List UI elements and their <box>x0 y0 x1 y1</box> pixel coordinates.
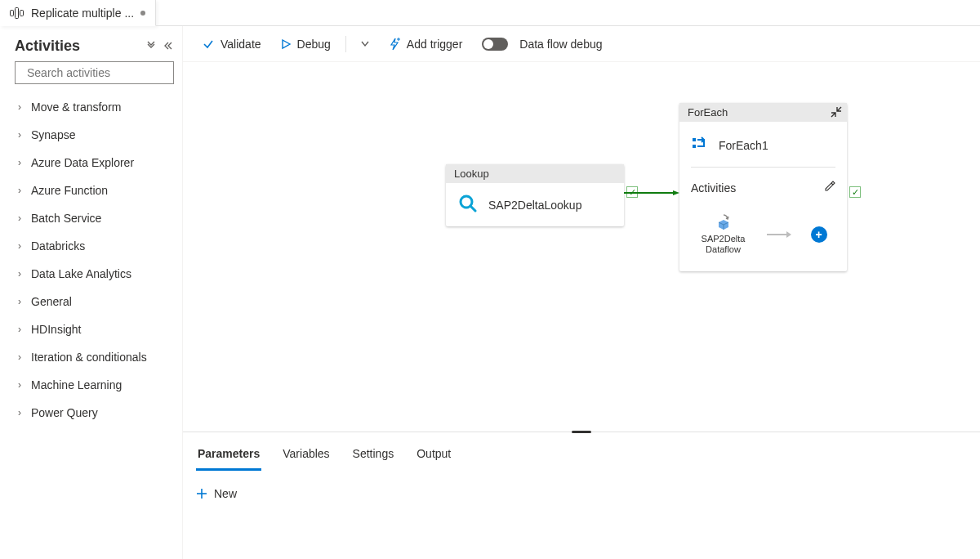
add-inner-activity-button[interactable]: + <box>811 226 827 243</box>
debug-dropdown-button[interactable] <box>354 38 376 51</box>
validate-button[interactable]: Validate <box>196 34 268 54</box>
svg-rect-1 <box>16 7 19 18</box>
svg-rect-0 <box>11 10 14 16</box>
category-machine-learning[interactable]: ›Machine Learning <box>15 372 174 398</box>
data-flow-debug-toggle[interactable] <box>482 38 508 51</box>
chevron-right-icon: › <box>15 324 24 335</box>
search-activities-input[interactable] <box>25 65 172 80</box>
plus-icon <box>196 488 207 499</box>
tab-variables[interactable]: Variables <box>281 442 331 471</box>
foreach-activity[interactable]: ForEach <box>679 103 847 271</box>
sidebar-title: Activities <box>15 38 80 55</box>
pipeline-toolbar: Validate Debug Add trigger Data flow deb… <box>183 26 980 62</box>
expand-all-icon[interactable] <box>146 40 156 53</box>
foreach-icon <box>691 135 709 155</box>
chevron-right-icon: › <box>15 351 24 363</box>
tab-parameters[interactable]: Parameters <box>196 442 261 471</box>
lookup-activity-name: SAP2DeltaLookup <box>488 199 581 212</box>
chevron-right-icon: › <box>15 212 24 224</box>
svg-rect-9 <box>693 138 696 141</box>
pipeline-tab-label: Replicate multiple ... <box>31 7 134 20</box>
pipeline-icon <box>10 7 24 19</box>
unsaved-indicator-icon <box>140 11 145 16</box>
category-move-transform[interactable]: ›Move & transform <box>15 94 174 120</box>
tab-output[interactable]: Output <box>415 442 452 471</box>
collapse-panel-icon[interactable] <box>163 40 172 53</box>
foreach-activity-name: ForEach1 <box>719 139 768 152</box>
chevron-right-icon: › <box>15 296 24 307</box>
success-badge-icon: ✓ <box>626 186 638 198</box>
dataflow-icon <box>715 214 733 230</box>
new-parameter-button[interactable]: New <box>196 487 967 500</box>
category-hdinsight[interactable]: ›HDInsight <box>15 316 174 342</box>
foreach-activities-label: Activities <box>691 181 736 195</box>
debug-button[interactable]: Debug <box>274 34 337 54</box>
success-badge-icon: ✓ <box>849 186 861 198</box>
foreach-activity-type: ForEach <box>679 103 847 122</box>
edit-activities-icon[interactable] <box>824 181 835 195</box>
category-general[interactable]: ›General <box>15 288 174 315</box>
category-iteration-conditionals[interactable]: ›Iteration & conditionals <box>15 344 174 370</box>
collapse-activity-icon[interactable] <box>831 106 842 120</box>
lookup-icon <box>457 193 479 217</box>
data-flow-debug-label: Data flow debug <box>519 38 602 51</box>
chevron-right-icon: › <box>15 407 24 418</box>
chevron-right-icon: › <box>15 379 24 391</box>
category-azure-data-explorer[interactable]: ›Azure Data Explorer <box>15 150 174 176</box>
inner-activity[interactable]: SAP2Delta Dataflow <box>700 214 747 255</box>
chevron-right-icon: › <box>15 129 24 141</box>
svg-line-8 <box>470 206 475 211</box>
tab-strip-empty <box>156 0 980 26</box>
pipeline-tab[interactable]: Replicate multiple ... <box>0 0 156 26</box>
category-synapse[interactable]: ›Synapse <box>15 122 174 148</box>
category-data-lake-analytics[interactable]: ›Data Lake Analytics <box>15 261 174 287</box>
category-batch-service[interactable]: ›Batch Service <box>15 205 174 231</box>
chevron-right-icon: › <box>15 157 24 168</box>
bottom-panel: Parameters Variables Settings Output New <box>183 432 980 559</box>
toolbar-divider <box>345 36 346 52</box>
search-activities-box[interactable] <box>15 61 174 84</box>
svg-rect-10 <box>693 145 696 148</box>
svg-rect-2 <box>20 10 24 16</box>
chevron-right-icon: › <box>15 185 24 196</box>
chevron-right-icon: › <box>15 101 24 113</box>
activities-sidebar: Activities ›Move & transform ›Synapse ›A… <box>0 26 182 559</box>
chevron-right-icon: › <box>15 268 24 280</box>
flow-arrow-icon <box>767 228 791 241</box>
lookup-activity-type: Lookup <box>446 164 624 183</box>
chevron-right-icon: › <box>15 240 24 252</box>
tab-settings[interactable]: Settings <box>351 442 396 471</box>
category-databricks[interactable]: ›Databricks <box>15 233 174 259</box>
lookup-activity[interactable]: Lookup SAP2DeltaLookup <box>446 164 624 226</box>
category-azure-function[interactable]: ›Azure Function <box>15 177 174 203</box>
pipeline-canvas[interactable]: Lookup SAP2DeltaLookup ✓ ForEach <box>183 62 980 432</box>
category-power-query[interactable]: ›Power Query <box>15 400 174 426</box>
add-trigger-button[interactable]: Add trigger <box>382 34 469 54</box>
